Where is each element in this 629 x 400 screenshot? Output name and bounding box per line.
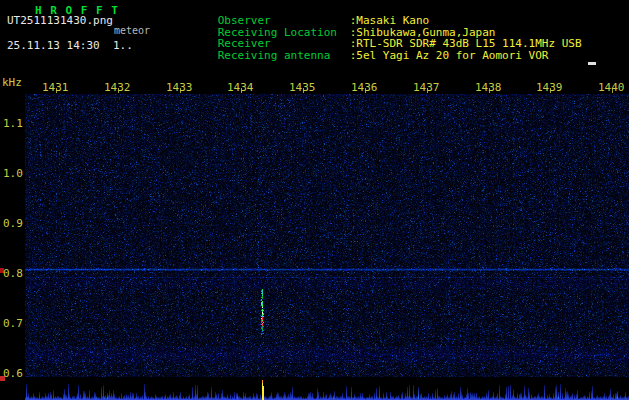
time-tick-mark <box>489 88 490 93</box>
band-label: meteor <box>114 25 150 36</box>
signal-level-meter <box>25 379 629 400</box>
antenna-label: Receiving antenna <box>218 50 350 62</box>
time-tick-mark <box>550 88 551 93</box>
white-marker <box>588 62 596 65</box>
info-row-observer: Observer:Masaki Kano <box>178 3 582 15</box>
station-info: Observer:Masaki Kano Receiving Location:… <box>178 3 582 50</box>
time-tick-mark <box>241 88 242 93</box>
freq-axis-label: 1.1 <box>3 118 23 129</box>
freq-axis-label: 0.8 <box>3 268 23 279</box>
hrofft-screen: H R O F F T UT2511131430.png meteor 25.1… <box>0 0 629 400</box>
freq-axis-label: 1.0 <box>3 168 23 179</box>
time-tick-mark <box>303 88 304 93</box>
output-filename: UT2511131430.png <box>7 14 113 27</box>
freq-axis-label: 0.7 <box>3 318 23 329</box>
spectrogram-display <box>25 94 629 377</box>
freq-axis-unit: kHz <box>2 76 22 89</box>
freq-axis-label: 0.9 <box>3 218 23 229</box>
observer-label: Observer <box>218 15 350 27</box>
time-tick-mark <box>427 88 428 93</box>
time-tick-mark <box>365 88 366 93</box>
time-tick-mark <box>118 88 119 93</box>
time-tick-mark <box>612 88 613 93</box>
freq-axis-label: 0.6 <box>3 368 23 379</box>
antenna-value: :5el Yagi Az 20 for Aomori VOR <box>350 49 549 62</box>
datetime-text: 25.11.13 14:30 1.. <box>7 39 133 52</box>
time-tick-mark <box>180 88 181 93</box>
time-tick-mark <box>56 88 57 93</box>
